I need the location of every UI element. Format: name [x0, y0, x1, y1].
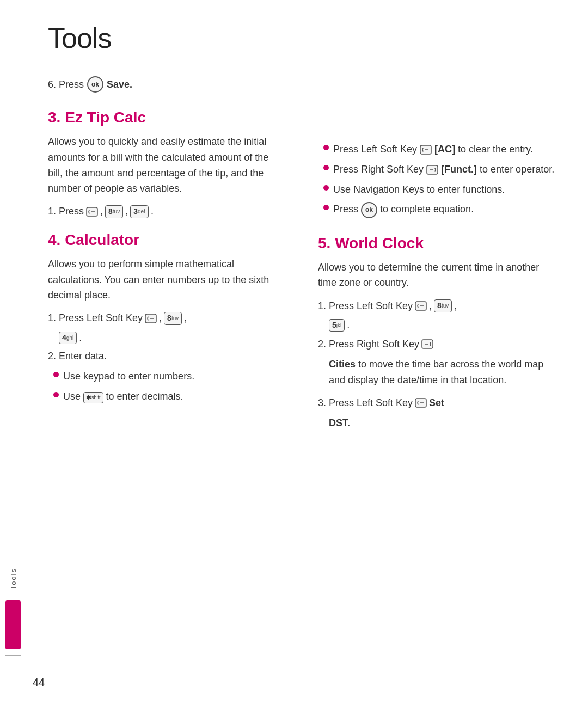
bullet-press-lsk-ac: Press Left Soft Key [AC] to clear the en… [323, 142, 555, 157]
section-5-step1-cont: 5 jkl . [329, 319, 555, 332]
bullet-text-rsk-funct: Press Right Soft Key [Funct.] to enter o… [333, 162, 555, 177]
bullet-decimals: Use ✱ shift to enter decimals. [53, 389, 285, 404]
main-content: Tools 6. Press ok Save. 3. Ez Tip Calc A… [26, 0, 588, 705]
section-3-heading: 3. Ez Tip Calc [48, 109, 285, 126]
step-6-text: 6. Press [48, 79, 84, 90]
ok-button-equation: ok [361, 202, 377, 218]
bullet-text-lsk-ac: Press Left Soft Key [AC] to clear the en… [333, 142, 555, 157]
left-soft-key-icon-3 [86, 206, 98, 218]
bullet-dot-r1 [323, 145, 329, 150]
bullet-text-keypad: Use keypad to enter numbers. [63, 369, 285, 384]
ok-button-icon: ok [87, 76, 103, 93]
section-4-step1: 1. Press Left Soft Key , 8 tuv , [48, 312, 285, 325]
section-4-step2: 2. Enter data. [48, 351, 285, 362]
section-4-description: Allows you to perform simple mathematica… [48, 256, 285, 303]
section-5-step2-text: Cities to move the time bar across the w… [329, 357, 555, 388]
bullet-keypad: Use keypad to enter numbers. [53, 369, 285, 384]
step-6-save: 6. Press ok Save. [48, 76, 285, 93]
bullet-text-nav-keys: Use Navigation Keys to enter functions. [333, 182, 555, 198]
left-column: 6. Press ok Save. 3. Ez Tip Calc Allows … [48, 76, 285, 672]
section-4-bullets: Use keypad to enter numbers. Use ✱ shift… [48, 369, 285, 404]
bullet-dot-r2 [323, 165, 329, 170]
key-8tuv-4: 8 tuv [164, 312, 182, 325]
right-column: Press Left Soft Key [AC] to clear the en… [318, 76, 555, 672]
sidebar-label: Tools [9, 568, 17, 590]
bullet-dot-r3 [323, 185, 329, 191]
section-ez-tip-calc: 3. Ez Tip Calc Allows you to quickly and… [48, 109, 285, 218]
section-calculator: 4. Calculator Allows you to perform simp… [48, 231, 285, 404]
sidebar-line [5, 655, 21, 656]
bullet-nav-keys: Use Navigation Keys to enter functions. [323, 182, 555, 198]
section-5-step3-dst: DST. [329, 415, 555, 431]
page-number: 44 [33, 676, 45, 689]
section-5-step1: 1. Press Left Soft Key , 8 tuv , [318, 299, 555, 312]
left-soft-key-icon-5c [415, 397, 427, 409]
section-world-clock: 5. World Clock Allows you to determine t… [318, 235, 555, 431]
section-5-step2: 2. Press Right Soft Key [318, 338, 555, 350]
section-3-step1: 1. Press , 8 tuv , 3 def . [48, 205, 285, 218]
star-shift-key: ✱ shift [83, 392, 103, 403]
section-5-step3: 3. Press Left Soft Key Set [318, 397, 555, 409]
bullet-dot-1 [53, 372, 59, 377]
sidebar-bar [5, 600, 21, 649]
section-5-description: Allows you to determine the current time… [318, 260, 555, 291]
section-4-step1-cont: 4 ghi . [59, 332, 285, 345]
section-3-description: Allows you to quickly and easily estimat… [48, 134, 285, 197]
bullet-text-decimals: Use ✱ shift to enter decimals. [63, 389, 285, 404]
key-8tuv-3: 8 tuv [105, 205, 123, 218]
calculator-right-bullets: Press Left Soft Key [AC] to clear the en… [318, 142, 555, 218]
bullet-press-rsk-funct: Press Right Soft Key [Funct.] to enter o… [323, 162, 555, 177]
section-5-heading: 5. World Clock [318, 235, 555, 252]
step-6-bold: Save. [107, 79, 132, 90]
right-soft-key-icon-5b [421, 338, 433, 350]
page-title: Tools [48, 22, 555, 54]
key-8tuv-5: 8 tuv [434, 299, 452, 312]
bullet-text-ok: Press ok to complete equation. [333, 201, 555, 218]
bullet-press-ok: Press ok to complete equation. [323, 201, 555, 218]
section-4-heading: 4. Calculator [48, 231, 285, 249]
key-5jkl: 5 jkl [329, 319, 345, 332]
key-3def: 3 def [130, 205, 149, 218]
sidebar: Tools [0, 0, 26, 705]
key-4ghi: 4 ghi [59, 332, 77, 345]
two-column-layout: 6. Press ok Save. 3. Ez Tip Calc Allows … [48, 76, 555, 672]
bullet-dot-2 [53, 392, 59, 397]
step-2-text: 2. Enter data. [48, 351, 107, 362]
right-soft-key-icon-r2 [426, 164, 438, 176]
left-soft-key-icon-4a [145, 312, 157, 324]
left-soft-key-icon-r1 [420, 144, 432, 156]
bullet-dot-r4 [323, 205, 329, 210]
left-soft-key-icon-5a [415, 300, 427, 312]
